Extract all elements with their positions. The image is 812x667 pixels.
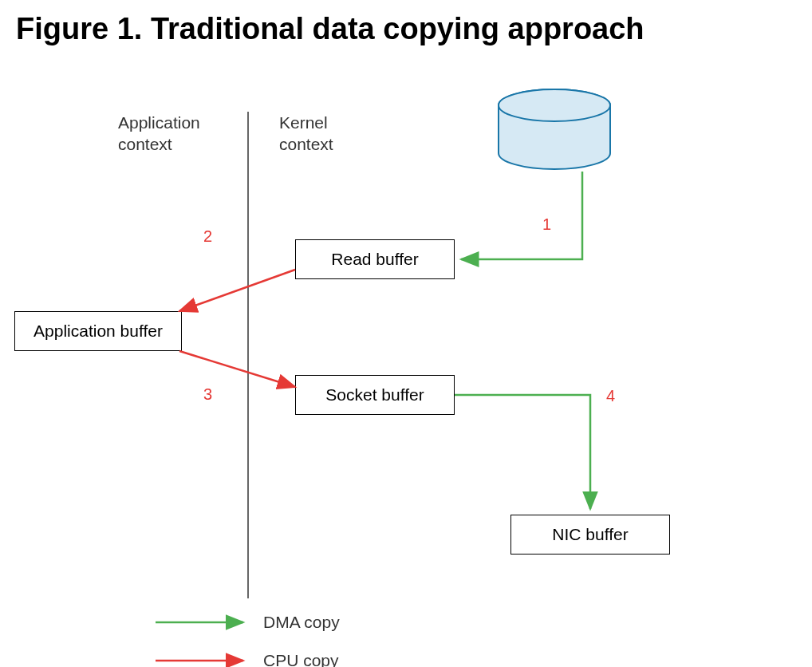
socket-buffer-box: Socket buffer [295, 375, 455, 415]
step-3-label: 3 [203, 385, 212, 404]
step-1-label: 1 [542, 215, 551, 234]
step-2-label: 2 [203, 227, 212, 246]
legend-dma-label: DMA copy [263, 613, 340, 632]
disk-icon [495, 88, 614, 179]
context-divider [247, 112, 249, 598]
svg-point-1 [499, 89, 610, 121]
application-buffer-box: Application buffer [14, 311, 182, 351]
application-context-label: Application context [118, 112, 200, 156]
figure-title: Figure 1. Traditional data copying appro… [16, 12, 644, 46]
kernel-context-label: Kernel context [279, 112, 333, 156]
legend-cpu-label: CPU copy [263, 651, 339, 667]
read-buffer-box: Read buffer [295, 239, 455, 279]
step-4-label: 4 [606, 387, 615, 405]
diagram-container: Application context Kernel context Read … [0, 72, 812, 667]
nic-buffer-box: NIC buffer [510, 515, 670, 555]
arrows-overlay [0, 72, 812, 667]
